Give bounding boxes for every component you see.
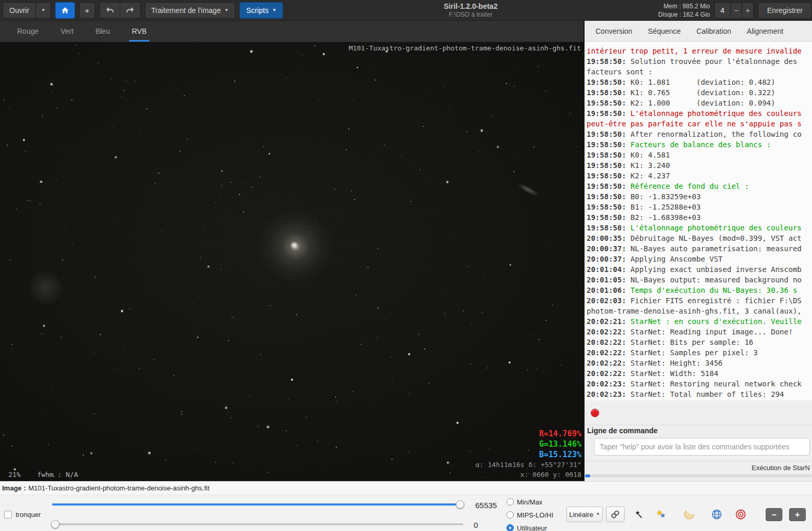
scripts-menu-button[interactable]: Scripts▼ <box>239 2 283 19</box>
status-overlay: 21%fwhm : N/A <box>8 471 78 478</box>
spiral-galaxy-icon <box>683 509 695 520</box>
star-mask-button[interactable] <box>630 506 649 523</box>
home-icon <box>61 6 69 15</box>
log-line: 19:58:50: B0: -1.83259e+03 <box>587 191 812 202</box>
open-button[interactable]: Ouvrir <box>3 2 36 19</box>
tab-conversion[interactable]: Conversion <box>588 21 640 41</box>
log-message: peut-être pas parfaite car elle ne s'app… <box>587 120 802 128</box>
faint-galaxy <box>26 271 66 304</box>
edge-on-galaxy <box>516 182 540 198</box>
photometry-button[interactable] <box>731 506 750 523</box>
log-line: 20:00:37: Applying Anscombe VST <box>587 254 812 264</box>
log-line: 19:58:50: L'étalonnage photométrique des… <box>587 108 812 119</box>
log-timestamp: 19:58:50: <box>587 57 630 66</box>
channel-tab-rvb[interactable]: RVB <box>121 21 158 42</box>
image-processing-menu-button[interactable]: Traitement de l'image▼ <box>145 2 236 19</box>
log-message: StarNet: Restoring neural network check <box>630 380 802 388</box>
channel-tab-bleu[interactable]: Bleu <box>84 21 121 42</box>
control-panel: ConversionSéquenceCalibrationAlignement … <box>583 21 812 481</box>
spinner-increment-button[interactable]: + <box>742 3 753 18</box>
open-dropdown-button[interactable]: ▼ <box>36 2 51 19</box>
log-message: StarNet: Reading input image... Done! <box>630 328 793 336</box>
log-timestamp: 20:02:03: <box>587 296 630 305</box>
record-button[interactable]: ● <box>79 2 95 19</box>
log-message: StarNet: Total number of tiles: 294 <box>630 390 784 398</box>
undo-redo-group <box>99 2 141 19</box>
progress-fill <box>585 474 590 477</box>
high-slider-handle[interactable] <box>456 500 464 509</box>
truncate-option[interactable]: tronquer <box>4 511 41 519</box>
save-button[interactable]: Enregistrer <box>758 2 812 19</box>
low-threshold-value: 0 <box>474 521 478 529</box>
tab-alignement[interactable]: Alignement <box>739 21 791 41</box>
radio-utilisateur[interactable]: Utilisateur <box>506 523 553 531</box>
truncate-label: tronquer <box>16 511 41 519</box>
fwhm-readout: fwhm : N/A <box>37 471 78 478</box>
chevron-down-icon: ▼ <box>596 512 600 516</box>
log-console[interactable]: intérieur trop petit, 1 erreur de mesure… <box>585 42 812 400</box>
log-timestamp: 19:58:50: <box>587 99 630 107</box>
channel-tab-rouge[interactable]: Rouge <box>6 21 49 42</box>
scripts-menu-label: Scripts <box>246 6 269 15</box>
target-icon <box>735 509 746 520</box>
celestial-grid-button[interactable] <box>707 506 726 523</box>
image-processing-menu-label: Traitement de l'image <box>151 6 221 15</box>
home-button[interactable] <box>55 2 75 19</box>
log-timestamp: 19:58:50: <box>587 130 630 138</box>
tab-calibration[interactable]: Calibration <box>689 21 739 41</box>
spinner-decrement-button[interactable]: − <box>730 3 742 18</box>
command-line-label: Ligne de commande <box>587 426 657 435</box>
high-threshold-slider[interactable] <box>52 500 463 509</box>
log-timestamp: 20:02:23: <box>587 390 630 398</box>
radio-min-max[interactable]: Min/Max <box>506 497 553 507</box>
log-message: Fichier FITS enregistré : fichier F:\DS <box>630 296 802 305</box>
process-status: Exécution de StarN <box>752 464 810 472</box>
undo-button[interactable] <box>99 2 120 19</box>
chevron-down-icon: ▼ <box>272 8 276 12</box>
log-timestamp: 20:02:22: <box>587 369 630 378</box>
log-line: 20:02:22: StarNet: Height: 3456 <box>587 358 812 368</box>
log-line: 19:58:50: K1: 3.240 <box>587 160 812 171</box>
log-line: peut-être pas parfaite car elle ne s'app… <box>587 119 812 129</box>
galaxy-annotations-button[interactable] <box>680 506 699 523</box>
low-threshold-slider[interactable] <box>52 520 463 528</box>
spinner-value[interactable]: 4 <box>715 3 730 18</box>
display-mode-dropdown[interactable]: Linéaire▼ <box>566 507 603 522</box>
log-timestamp: 19:58:50: <box>587 172 630 180</box>
channel-link-button[interactable] <box>606 507 625 522</box>
redo-button[interactable] <box>120 2 141 19</box>
stop-button[interactable] <box>589 407 601 419</box>
log-message: StarNet: Samples per pixel: 3 <box>630 348 757 357</box>
command-input[interactable] <box>594 438 810 456</box>
log-message: facteurs sont : <box>587 68 652 76</box>
log-line: photom-trame-denoise-asinh-ghs.fit, 3 ca… <box>587 306 812 316</box>
log-timestamp: 19:58:50: <box>587 140 630 149</box>
log-message: Débruitage NL-Bayes (mod=0.399, VST act <box>630 234 802 242</box>
radio-mips-lo-hi[interactable]: MIPS-LO/HI <box>506 510 553 520</box>
log-timestamp: 20:02:23: <box>587 380 630 388</box>
star-annotations-button[interactable] <box>652 506 670 523</box>
log-timestamp: 20:01:06: <box>587 286 630 294</box>
progress-bar <box>585 474 812 477</box>
log-timestamp: 20:00:35: <box>587 234 630 242</box>
log-timestamp: 19:58:50: <box>587 192 630 201</box>
zoom-out-button[interactable]: − <box>766 508 782 521</box>
log-timestamp: 20:02:22: <box>587 328 630 336</box>
log-message: K1: 0.765 (deviation: 0.322) <box>630 88 775 97</box>
log-message: After renormalization, the following co <box>630 130 802 138</box>
tab-sequence[interactable]: Séquence <box>640 21 689 41</box>
log-line: 19:58:50: B2: -1.68398e+03 <box>587 212 812 223</box>
channel-tab-vert[interactable]: Vert <box>49 21 84 42</box>
display-range-radios: Min/MaxMIPS-LO/HIUtilisateur <box>506 497 553 531</box>
log-timestamp: 19:58:50: <box>587 182 630 190</box>
zoom-in-button[interactable]: + <box>789 508 806 521</box>
low-slider-handle[interactable] <box>51 520 59 528</box>
log-line: 20:02:22: StarNet: Width: 5184 <box>587 368 812 379</box>
log-line: 19:58:50: B1: -1.25288e+03 <box>587 202 812 212</box>
image-viewport[interactable]: M101-Tuxastro-gradient-photom-trame-deno… <box>0 42 583 481</box>
truncate-checkbox[interactable] <box>4 511 12 519</box>
radio-icon <box>506 524 514 531</box>
record-icon: ● <box>85 7 89 14</box>
log-timestamp: 20:02:22: <box>587 359 630 367</box>
log-message: K0: 1.081 (deviation: 0.482) <box>630 78 775 86</box>
